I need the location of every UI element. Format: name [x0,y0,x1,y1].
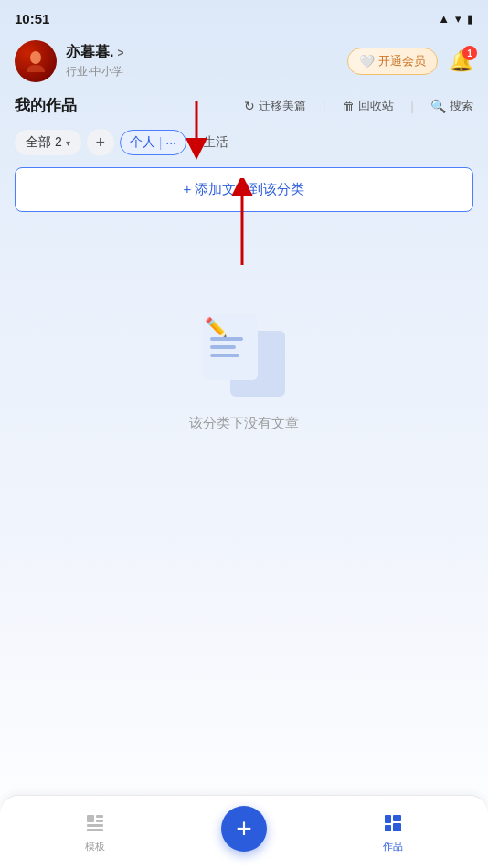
works-label: 作品 [383,840,403,853]
nav-actions: ↻ 迁移美篇 | 🗑 回收站 | 🔍 搜索 [244,98,473,114]
search-icon: 🔍 [430,99,446,113]
user-tag: 行业·中小学 [66,64,338,79]
battery-icon: ▮ [467,12,473,26]
status-bar: 10:51 ▲ ▾ ▮ [0,0,488,33]
bell-wrap[interactable]: 🔔 1 [449,49,473,73]
notification-icon: ▲ [438,12,450,26]
svg-rect-9 [393,823,401,831]
bottom-nav: 模板 + 作品 [0,795,488,868]
svg-rect-6 [385,815,391,823]
svg-rect-4 [87,824,103,827]
svg-rect-3 [96,820,103,822]
tabs-bar: 全部 2 ▾ + 个人 | ··· 生活 [0,123,488,164]
svg-rect-1 [87,815,94,822]
migrate-action[interactable]: ↻ 迁移美篇 [244,98,306,114]
nav-divider-1: | [323,99,326,113]
search-action[interactable]: 🔍 搜索 [430,98,473,114]
recycle-icon: 🗑 [342,99,355,113]
svg-rect-5 [87,829,103,831]
vip-heart-icon: 🤍 [359,54,375,69]
svg-point-0 [30,51,41,64]
fab-button[interactable]: + [221,806,267,852]
tab-separator: | [159,135,163,150]
template-icon [82,810,108,836]
tab-all[interactable]: 全部 2 ▾ [15,130,81,155]
annotation-arrow-2 [215,178,270,273]
template-label: 模板 [85,840,105,853]
works-icon [380,810,406,836]
svg-rect-2 [96,815,103,818]
pen-icon: ✏️ [205,316,228,338]
empty-icon: ✏️ [203,314,285,397]
doc-line-3 [210,354,239,357]
page-title: 我的作品 [15,95,77,116]
user-name[interactable]: 亦暮暮. > [66,43,338,62]
empty-text: 该分类下没有文章 [189,415,299,432]
nav-divider-2: | [410,99,414,113]
nav-works[interactable]: 作品 [366,810,420,853]
nav-template[interactable]: 模板 [68,810,122,853]
doc-line-2 [210,345,236,349]
avatar[interactable] [15,40,57,82]
wifi-icon: ▾ [455,12,461,26]
dropdown-arrow-icon: ▾ [66,138,70,148]
nav-bar: 我的作品 ↻ 迁移美篇 | 🗑 回收站 | 🔍 搜索 [0,91,488,123]
svg-rect-7 [385,825,391,831]
header: 亦暮暮. > 行业·中小学 🤍 开通会员 🔔 1 [0,33,488,91]
status-time: 10:51 [15,11,49,26]
empty-state: ✏️ 该分类下没有文章 [0,259,488,487]
tab-add-button[interactable]: + [87,129,114,156]
chevron-icon: > [117,47,123,59]
vip-button[interactable]: 🤍 开通会员 [347,48,438,75]
user-info: 亦暮暮. > 行业·中小学 [66,43,338,79]
svg-rect-8 [393,815,401,821]
annotation-arrow-1 [169,96,224,164]
refresh-icon: ↻ [244,99,255,113]
bell-badge: 1 [462,46,477,60]
status-icons: ▲ ▾ ▮ [438,12,473,26]
recycle-action[interactable]: 🗑 回收站 [342,98,394,114]
header-right: 🤍 开通会员 🔔 1 [347,48,473,75]
